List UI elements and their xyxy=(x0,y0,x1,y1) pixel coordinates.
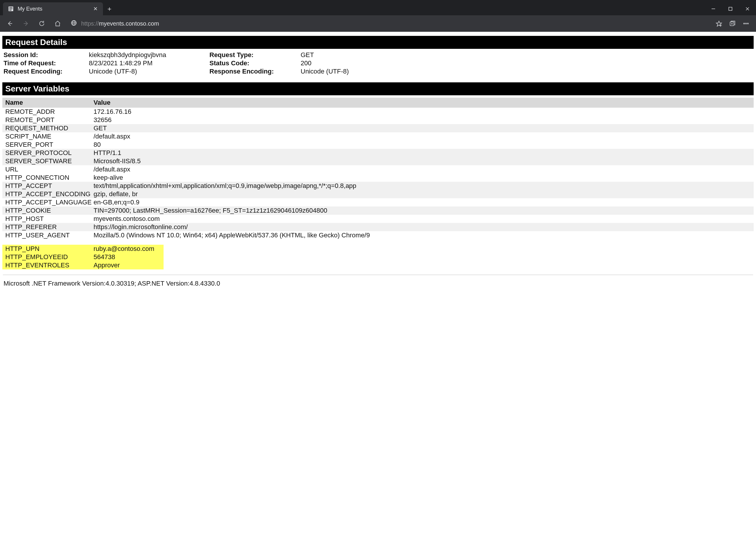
back-button[interactable] xyxy=(4,17,16,30)
server-variable-value: ruby.a@contoso.com xyxy=(94,245,161,253)
server-variable-value: Mozilla/5.0 (Windows NT 10.0; Win64; x64… xyxy=(94,231,751,239)
server-variable-row: HTTP_ACCEPT_LANGUAGEen-GB,en;q=0.9 xyxy=(2,198,754,206)
value-request-type: GET xyxy=(301,51,752,59)
server-variable-value: en-GB,en;q=0.9 xyxy=(94,199,751,206)
server-variable-value: Approver xyxy=(94,261,161,269)
server-variable-row: HTTP_ACCEPT_ENCODINGgzip, deflate, br xyxy=(2,190,754,198)
page-favicon-icon xyxy=(8,6,14,11)
toolbar-right xyxy=(712,17,752,30)
server-variables-body: REMOTE_ADDR172.16.76.16REMOTE_PORT32656R… xyxy=(2,108,754,239)
url-protocol: https:// xyxy=(81,20,99,27)
server-variable-name: REMOTE_ADDR xyxy=(5,108,94,116)
label-encoding: Request Encoding: xyxy=(4,68,89,75)
server-variable-row: REQUEST_METHODGET xyxy=(2,124,754,132)
highlighted-variable-row: HTTP_UPNruby.a@contoso.com xyxy=(2,245,164,253)
server-variable-name: HTTP_ACCEPT xyxy=(5,182,94,190)
site-info-icon[interactable] xyxy=(71,20,77,28)
server-variable-row: REMOTE_ADDR172.16.76.16 xyxy=(2,108,754,116)
server-variable-value: 80 xyxy=(94,141,751,149)
server-variable-value: https://login.microsoftonline.com/ xyxy=(94,223,751,231)
value-status: 200 xyxy=(301,59,752,67)
value-session-id: kiekszqbh3dydnpiogvjbvna xyxy=(89,51,209,59)
browser-toolbar: https://myevents.contoso.com xyxy=(0,15,756,32)
request-details-grid: Session Id: kiekszqbh3dydnpiogvjbvna Req… xyxy=(0,51,756,81)
server-variable-row: HTTP_CONNECTIONkeep-alive xyxy=(2,174,754,182)
address-bar[interactable]: https://myevents.contoso.com xyxy=(67,18,708,29)
server-variable-row: SCRIPT_NAME/default.aspx xyxy=(2,132,754,141)
label-session-id: Session Id: xyxy=(4,51,89,59)
tab-title: My Events xyxy=(18,6,89,12)
server-variable-value: keep-alive xyxy=(94,174,751,181)
value-encoding: Unicode (UTF-8) xyxy=(89,68,209,75)
server-variable-name: HTTP_UPN xyxy=(5,245,94,253)
collections-button[interactable] xyxy=(726,17,739,30)
server-variable-value: GET xyxy=(94,124,751,132)
new-tab-button[interactable]: ＋ xyxy=(103,2,116,15)
server-variable-row: HTTP_USER_AGENTMozilla/5.0 (Windows NT 1… xyxy=(2,231,754,239)
tab-my-events[interactable]: My Events ✕ xyxy=(3,2,103,15)
server-variables-header: Name Value xyxy=(2,98,754,108)
label-status: Status Code: xyxy=(209,59,301,67)
server-variable-name: HTTP_EVENTROLES xyxy=(5,261,94,269)
server-variable-row: URL/default.aspx xyxy=(2,165,754,174)
value-time: 8/23/2021 1:48:29 PM xyxy=(89,59,209,67)
server-variable-name: HTTP_REFERER xyxy=(5,223,94,231)
svg-rect-1 xyxy=(9,7,12,8)
server-variable-value: TIN=297000; LastMRH_Session=a16276ee; F5… xyxy=(94,207,751,214)
server-variable-value: 564738 xyxy=(94,253,161,261)
value-resp-encoding: Unicode (UTF-8) xyxy=(301,68,752,75)
url-host: myevents.contoso.com xyxy=(99,20,159,27)
window-maximize-button[interactable] xyxy=(722,2,739,15)
home-button[interactable] xyxy=(51,17,64,30)
server-variable-value: Microsoft-IIS/8.5 xyxy=(94,157,751,165)
svg-rect-2 xyxy=(9,9,12,9)
label-request-type: Request Type: xyxy=(209,51,301,59)
server-variable-value: /default.aspx xyxy=(94,166,751,173)
server-variable-row: REMOTE_PORT32656 xyxy=(2,116,754,124)
svg-rect-5 xyxy=(729,7,732,11)
svg-point-20 xyxy=(747,23,748,24)
server-variable-value: text/html,application/xhtml+xml,applicat… xyxy=(94,182,751,190)
svg-point-19 xyxy=(745,23,746,24)
server-variable-name: HTTP_EMPLOYEEID xyxy=(5,253,94,261)
window-minimize-button[interactable] xyxy=(705,2,722,15)
tab-bar: My Events ✕ ＋ xyxy=(0,0,756,15)
server-variable-name: HTTP_COOKIE xyxy=(5,207,94,214)
server-variable-value: /default.aspx xyxy=(94,133,751,140)
server-variable-name: HTTP_ACCEPT_ENCODING xyxy=(5,190,94,198)
server-variable-row: SERVER_SOFTWAREMicrosoft-IIS/8.5 xyxy=(2,157,754,165)
server-variable-name: SERVER_PORT xyxy=(5,141,94,149)
server-variable-name: SCRIPT_NAME xyxy=(5,133,94,140)
col-name: Name xyxy=(5,99,94,106)
forward-button[interactable] xyxy=(19,17,32,30)
server-variable-name: HTTP_CONNECTION xyxy=(5,174,94,181)
col-value: Value xyxy=(94,99,751,106)
server-variable-value: gzip, deflate, br xyxy=(94,190,751,198)
server-variable-name: REQUEST_METHOD xyxy=(5,124,94,132)
window-controls xyxy=(705,2,756,15)
refresh-button[interactable] xyxy=(35,17,48,30)
server-variable-value: 32656 xyxy=(94,116,751,124)
highlighted-variables: HTTP_UPNruby.a@contoso.comHTTP_EMPLOYEEI… xyxy=(2,245,754,269)
server-variable-name: SERVER_PROTOCOL xyxy=(5,149,94,157)
svg-marker-13 xyxy=(716,21,722,26)
section-server-variables-title: Server Variables xyxy=(2,82,754,95)
page-content: Request Details Session Id: kiekszqbh3dy… xyxy=(0,32,756,550)
server-variable-name: URL xyxy=(5,166,94,173)
server-variable-row: HTTP_ACCEPTtext/html,application/xhtml+x… xyxy=(2,182,754,190)
more-menu-button[interactable] xyxy=(740,17,752,30)
server-variable-row: SERVER_PROTOCOLHTTP/1.1 xyxy=(2,149,754,157)
server-variable-value: HTTP/1.1 xyxy=(94,149,751,157)
server-variable-row: HTTP_HOSTmyevents.contoso.com xyxy=(2,215,754,223)
server-variable-row: HTTP_COOKIETIN=297000; LastMRH_Session=a… xyxy=(2,206,754,215)
server-variable-name: HTTP_HOST xyxy=(5,215,94,223)
window-close-button[interactable] xyxy=(739,2,756,15)
label-resp-encoding: Response Encoding: xyxy=(209,68,301,75)
svg-rect-3 xyxy=(9,10,11,10)
server-variable-name: SERVER_SOFTWARE xyxy=(5,157,94,165)
highlighted-variable-row: HTTP_EVENTROLESApprover xyxy=(2,261,164,269)
favorites-button[interactable] xyxy=(712,17,725,30)
footer-text: Microsoft .NET Framework Version:4.0.303… xyxy=(0,278,756,289)
footer-divider xyxy=(3,275,753,275)
tab-close-icon[interactable]: ✕ xyxy=(93,6,98,12)
